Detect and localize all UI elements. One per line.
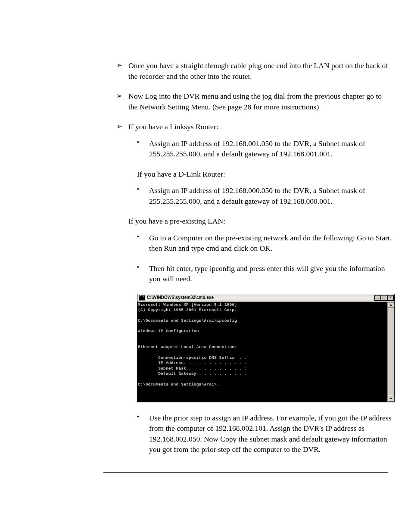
bullet-text: If you have a Linksys Router: [128, 122, 218, 131]
sub-bullet-item: Assign an IP address of 192.168.000.050 … [137, 185, 392, 206]
document-page: Once you have a straight through cable p… [0, 0, 411, 498]
bullet-item: Once you have a straight through cable p… [116, 60, 392, 81]
subsection-heading: If you have a D-Link Router: [137, 169, 392, 180]
close-button[interactable]: × [387, 295, 394, 301]
bullet-item: If you have a Linksys Router: Assign an … [116, 121, 392, 455]
cmd-titlebar: C:\WINDOWS\system32\cmd.exe _ □ × [137, 294, 394, 302]
window-controls: _ □ × [374, 295, 394, 301]
sub-bullet-list: Use the prior step to assign an IP addre… [137, 413, 392, 455]
main-bullet-list: Once you have a straight through cable p… [116, 60, 392, 455]
cmd-titlebar-left: C:\WINDOWS\system32\cmd.exe [137, 295, 214, 301]
minimize-button[interactable]: _ [374, 295, 381, 301]
sub-bullet-item: Assign an IP address of 192.168.001.050 … [137, 138, 392, 159]
sub-bullet-list: Assign an IP address of 192.168.001.050 … [137, 138, 392, 159]
sub-bullet-item: Use the prior step to assign an IP addre… [137, 413, 392, 455]
sub-bullet-item: Then hit enter, type ipconfig and press … [137, 263, 392, 284]
maximize-button[interactable]: □ [381, 295, 387, 301]
cmd-title: C:\WINDOWS\system32\cmd.exe [147, 295, 214, 301]
bullet-item: Now Log into the DVR menu and using the … [116, 91, 392, 112]
scroll-track[interactable] [388, 308, 394, 396]
subsection-heading: If you have a pre-existing LAN: [128, 216, 392, 227]
cmd-icon [139, 295, 145, 301]
scroll-down-button[interactable]: ▼ [388, 396, 394, 402]
cmd-body-wrap: Microsoft Windows XP [Version 5.1.2600] … [137, 302, 394, 402]
cmd-output: Microsoft Windows XP [Version 5.1.2600] … [137, 302, 387, 402]
scroll-up-button[interactable]: ▲ [388, 302, 394, 308]
footer-divider [103, 472, 388, 473]
cmd-window-screenshot: C:\WINDOWS\system32\cmd.exe _ □ × Micros… [137, 294, 395, 402]
sub-bullet-item: Go to a Computer on the pre-existing net… [137, 233, 392, 254]
sub-bullet-list: Go to a Computer on the pre-existing net… [137, 233, 392, 284]
cmd-scrollbar[interactable]: ▲ ▼ [387, 302, 394, 402]
sub-bullet-list: Assign an IP address of 192.168.000.050 … [137, 185, 392, 206]
